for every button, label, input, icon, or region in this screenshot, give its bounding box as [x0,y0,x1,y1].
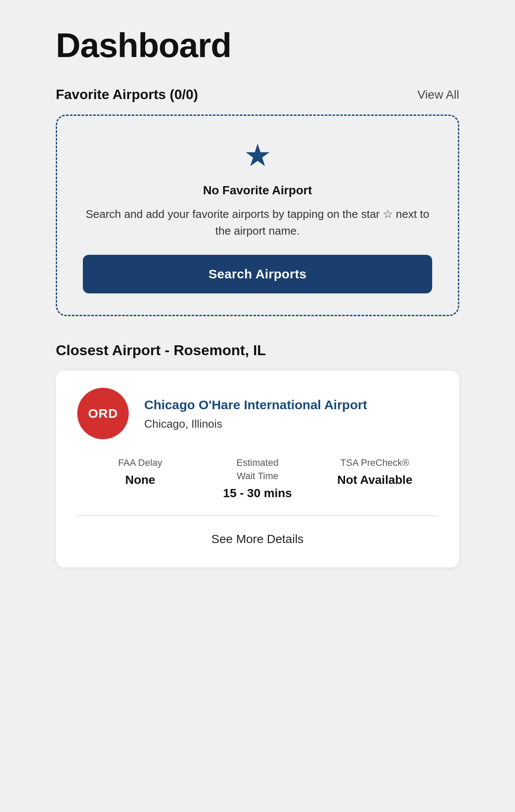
wait-time-value: 15 - 30 mins [199,486,316,500]
airport-stats: FAA Delay None EstimatedWait Time 15 - 3… [77,456,438,500]
airport-code-badge: ORD [77,388,129,439]
page-title: Dashboard [56,26,459,65]
airport-info: Chicago O'Hare International Airport Chi… [144,396,438,431]
faa-delay-stat: FAA Delay None [82,456,199,487]
no-favorite-title: No Favorite Airport [83,184,432,197]
airport-name: Chicago O'Hare International Airport [144,396,438,413]
favorite-star-icon: ★ [83,137,432,173]
wait-time-label: EstimatedWait Time [199,456,316,483]
view-all-link[interactable]: View All [417,88,459,102]
see-more-details-button[interactable]: See More Details [77,528,438,550]
faa-delay-label: FAA Delay [82,456,199,470]
favorite-airports-card: ★ No Favorite Airport Search and add you… [56,115,459,316]
favorite-airports-title: Favorite Airports (0/0) [56,87,198,103]
closest-airport-title: Closest Airport - Rosemont, IL [56,342,459,359]
tsa-precheck-value: Not Available [316,473,433,487]
favorite-airports-section: Favorite Airports (0/0) View All ★ No Fa… [56,87,459,316]
closest-airport-section: Closest Airport - Rosemont, IL ORD Chica… [56,342,459,567]
faa-delay-value: None [82,473,199,487]
airport-location: Chicago, Illinois [144,417,438,431]
tsa-precheck-stat: TSA PreCheck® Not Available [316,456,433,487]
airport-card: ORD Chicago O'Hare International Airport… [56,371,459,567]
tsa-precheck-label: TSA PreCheck® [316,456,433,470]
wait-time-stat: EstimatedWait Time 15 - 30 mins [199,456,316,500]
favorite-airports-header: Favorite Airports (0/0) View All [56,87,459,103]
no-favorite-description: Search and add your favorite airports by… [83,206,432,239]
airport-header: ORD Chicago O'Hare International Airport… [77,388,438,439]
card-divider [77,516,438,516]
search-airports-button[interactable]: Search Airports [83,255,432,293]
